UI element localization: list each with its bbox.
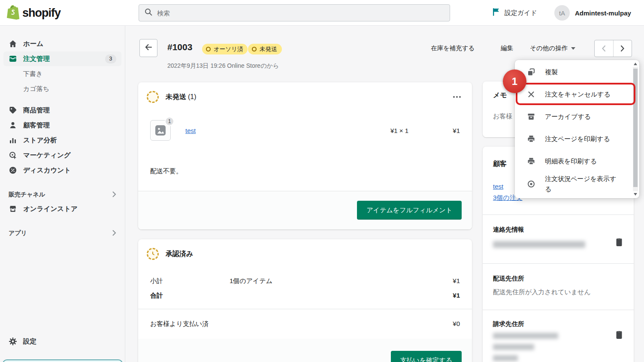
sidebar-item-label: ホーム bbox=[23, 39, 43, 48]
sidebar-item-orders[interactable]: 注文管理 3 bbox=[3, 51, 121, 66]
dropdown-scrollbar[interactable] bbox=[632, 61, 639, 197]
sidebar-item-customers[interactable]: 顧客管理 bbox=[3, 118, 121, 133]
chevron-down-icon bbox=[571, 47, 575, 50]
menu-item-label: アーカイブする bbox=[545, 112, 591, 122]
topbar: shopify 設定ガイド tA Admintest-mulpay bbox=[0, 0, 644, 26]
price-calculation: ¥1 × 1 bbox=[344, 127, 408, 134]
menu-item-duplicate[interactable]: 複製 bbox=[515, 62, 627, 82]
customer-title: 顧客 bbox=[493, 160, 507, 169]
divider bbox=[483, 263, 634, 264]
sidebar-item-label: ディスカウント bbox=[23, 166, 71, 175]
sidebar-item-label: カゴ落ち bbox=[23, 85, 49, 93]
shopify-bag-icon bbox=[6, 4, 20, 22]
menu-item-print-order[interactable]: 注文ページを印刷する bbox=[515, 129, 627, 149]
sidebar-item-online-store[interactable]: オンラインストア bbox=[3, 202, 121, 216]
sidebar-item-home[interactable]: ホーム bbox=[3, 36, 121, 51]
copy-address-button[interactable] bbox=[615, 330, 623, 341]
more-actions-label: その他の操作 bbox=[530, 44, 568, 52]
line-total: ¥1 bbox=[408, 127, 460, 134]
printer-icon bbox=[526, 157, 536, 166]
more-actions-button[interactable]: その他の操作 bbox=[530, 44, 575, 52]
divider bbox=[138, 309, 472, 309]
authorized-clock-icon bbox=[147, 248, 159, 260]
menu-item-label: 複製 bbox=[545, 67, 558, 77]
eye-icon bbox=[526, 180, 536, 188]
sidebar-item-discounts[interactable]: ディスカウント bbox=[3, 163, 121, 178]
arrow-left-icon bbox=[144, 43, 153, 53]
billing-address-header: 請求先住所 bbox=[493, 320, 524, 328]
menu-item-archive[interactable]: アーカイブする bbox=[515, 106, 627, 127]
more-actions-dropdown: 複製 注文をキャンセルする アーカイブする bbox=[515, 60, 639, 198]
setup-guide-popup-edge[interactable] bbox=[3, 359, 123, 362]
shipping-note: 配送不要。 bbox=[150, 167, 182, 175]
payment-card: 承認済み 小計 1個のアイテム ¥1 合計 ¥1 お客様より支払い済 ¥0 支払… bbox=[138, 239, 472, 362]
sidebar-nav: ホーム 注文管理 3 下書き カゴ落ち bbox=[0, 26, 125, 362]
account-menu[interactable]: tA Admintest-mulpay bbox=[554, 5, 631, 21]
setup-guide-button[interactable]: 設定ガイド bbox=[492, 6, 537, 20]
shopify-wordmark: shopify bbox=[22, 6, 60, 20]
sidebar-item-analytics[interactable]: ストア分析 bbox=[3, 133, 121, 148]
restock-button[interactable]: 在庫を補充する bbox=[431, 44, 475, 52]
menu-item-label: 明細表を印刷する bbox=[545, 156, 597, 166]
blurred-address-line bbox=[493, 344, 534, 350]
sidebar-item-label: 下書き bbox=[23, 70, 42, 78]
restock-label: 在庫を補充する bbox=[431, 44, 475, 52]
capture-payment-button[interactable]: 支払いを確定する bbox=[391, 351, 462, 362]
target-cursor-icon bbox=[9, 151, 17, 160]
shopify-logo[interactable]: shopify bbox=[6, 4, 60, 22]
scroll-down-icon[interactable] bbox=[634, 193, 637, 196]
archive-icon bbox=[526, 112, 536, 121]
storefront-icon bbox=[9, 205, 17, 213]
copy-email-button[interactable] bbox=[615, 238, 623, 249]
sidebar-item-label: 注文管理 bbox=[23, 54, 50, 63]
notes-title: メモ bbox=[493, 91, 507, 100]
tag-icon bbox=[9, 106, 17, 115]
payment-card-header: 承認済み bbox=[138, 239, 472, 268]
payment-card-footer: 支払いを確定する bbox=[138, 339, 472, 362]
menu-item-print-packing-slip[interactable]: 明細表を印刷する bbox=[515, 151, 627, 172]
back-button[interactable] bbox=[139, 39, 157, 57]
previous-order-button[interactable] bbox=[595, 40, 614, 57]
flag-icon bbox=[492, 7, 500, 18]
edit-button[interactable]: 編集 bbox=[501, 44, 513, 52]
menu-item-view-order-status[interactable]: 注文状況ページを表示する bbox=[515, 171, 627, 197]
global-search[interactable] bbox=[139, 4, 450, 21]
sidebar-item-abandoned-checkouts[interactable]: カゴ落ち bbox=[3, 81, 121, 96]
search-icon bbox=[144, 8, 153, 18]
chevron-right-icon bbox=[112, 230, 116, 237]
sales-channels-label: 販売チャネル bbox=[9, 191, 45, 199]
next-order-button[interactable] bbox=[614, 40, 632, 57]
total-amount: ¥1 bbox=[453, 292, 460, 300]
scroll-up-icon[interactable] bbox=[634, 63, 637, 65]
search-input[interactable] bbox=[157, 9, 444, 17]
unfulfilled-card-footer: アイテムをフルフィルメント bbox=[138, 191, 472, 229]
notes-body: お客様 bbox=[493, 112, 512, 121]
shipping-address-empty: 配送先住所が入力されていません bbox=[493, 288, 591, 296]
sidebar-item-label: 商品管理 bbox=[23, 106, 50, 115]
sidebar-item-drafts[interactable]: 下書き bbox=[3, 66, 121, 81]
scrollbar-thumb[interactable] bbox=[633, 69, 638, 187]
account-name: Admintest-mulpay bbox=[575, 9, 631, 17]
fulfill-items-button[interactable]: アイテムをフルフィルメント bbox=[357, 201, 462, 220]
sidebar-item-marketing[interactable]: マーケティング bbox=[3, 148, 121, 163]
sidebar-item-products[interactable]: 商品管理 bbox=[3, 103, 121, 118]
divider bbox=[483, 214, 634, 215]
menu-item-label: 注文状況ページを表示する bbox=[545, 174, 622, 194]
annotation-step-circle: 1 bbox=[503, 69, 526, 93]
sidebar-item-settings[interactable]: 設定 bbox=[3, 334, 121, 349]
sidebar-item-label: 設定 bbox=[23, 337, 36, 346]
sales-channels-header[interactable]: 販売チャネル bbox=[3, 188, 121, 201]
apps-header[interactable]: アプリ bbox=[3, 227, 121, 240]
setup-guide-label: 設定ガイド bbox=[505, 9, 537, 17]
sidebar-item-label: 顧客管理 bbox=[23, 121, 50, 130]
subtotal-amount: ¥1 bbox=[453, 277, 460, 285]
paid-label: お客様より支払い済 bbox=[150, 320, 209, 328]
card-more-actions-icon[interactable] bbox=[450, 94, 463, 100]
product-link[interactable]: test bbox=[185, 127, 196, 134]
unfulfilled-card: 未発送(1) 1 test ¥1 × 1 ¥1 配送不要。 アイテムをフルフィル… bbox=[138, 82, 472, 229]
avatar: tA bbox=[554, 5, 570, 21]
shopify-admin-order-page: shopify 設定ガイド tA Admintest-mulpay bbox=[0, 0, 644, 362]
product-thumbnail: 1 bbox=[150, 120, 171, 141]
menu-item-cancel-order[interactable]: 注文をキャンセルする bbox=[515, 84, 627, 105]
customer-name-link[interactable]: test bbox=[493, 183, 503, 190]
